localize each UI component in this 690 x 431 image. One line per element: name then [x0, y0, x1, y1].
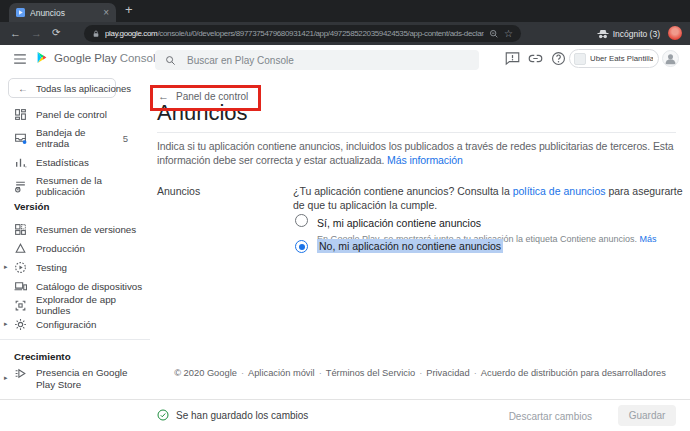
sidebar-item-configuracion[interactable]: ▸ Configuración — [0, 313, 150, 335]
new-tab-button[interactable]: + — [125, 2, 133, 17]
incognito-badge: Incógnito (3) — [597, 25, 660, 42]
sidebar-item-bandeja-de-entrada[interactable]: Bandeja de entrada 5 — [0, 127, 150, 149]
dashboard-icon — [14, 108, 27, 121]
tab-title: Anuncios — [30, 8, 98, 18]
expand-caret-icon[interactable]: ▸ — [4, 374, 8, 382]
stats-icon — [14, 156, 27, 169]
browser-reload-icon[interactable]: ⟳ — [52, 26, 60, 40]
footer-copyright: © 2020 Google — [174, 368, 237, 378]
expand-caret-icon[interactable]: ▸ — [4, 263, 8, 271]
back-arrow-icon: ← — [158, 90, 169, 102]
footer-link-privacidad[interactable]: Privacidad — [426, 368, 469, 378]
check-circle-icon — [157, 409, 169, 421]
title-divider — [157, 132, 676, 133]
sidebar-section-crecimiento: Crecimiento — [14, 351, 71, 362]
description-more-info-link[interactable]: Más información — [387, 154, 463, 166]
main-content: ← Panel de control Anuncios Indica si tu… — [150, 73, 690, 399]
save-button[interactable]: Guardar — [618, 405, 676, 426]
radio-no-label[interactable]: No, mi aplicación no contiene anuncios — [317, 239, 503, 253]
app-icon — [574, 53, 586, 65]
sidebar-item-resumen-publicacion[interactable]: Resumen de la publicación — [0, 175, 150, 197]
releases-overview-icon — [14, 223, 27, 236]
sidebar: ← Todas las aplicaciones Panel de contro… — [0, 73, 150, 399]
back-link-panel-de-control[interactable]: ← Panel de control — [158, 90, 248, 102]
all-apps-button[interactable]: ← Todas las aplicaciones — [8, 78, 116, 98]
inbox-badge: 5 — [123, 133, 128, 144]
sidebar-item-panel-de-control[interactable]: Panel de control — [0, 103, 150, 125]
person-icon — [663, 51, 678, 66]
browser-forward-icon[interactable]: → — [31, 26, 42, 40]
browser-window: Anuncios × + ← → ⟳ play.google.com/conso… — [0, 0, 690, 431]
browser-tab-strip: Anuncios × + — [0, 0, 690, 22]
browser-toolbar: ← → ⟳ play.google.com/console/u/0/develo… — [0, 22, 690, 45]
radio-selected-icon[interactable] — [295, 240, 308, 253]
sidebar-item-estadisticas[interactable]: Estadísticas — [0, 151, 150, 173]
url-domain: play.google.com — [105, 29, 157, 38]
incognito-label: Incógnito (3) — [613, 29, 660, 39]
footer-link-acuerdo-distribucion[interactable]: Acuerdo de distribución para desarrollad… — [481, 368, 666, 378]
incognito-icon — [597, 29, 609, 39]
search-input[interactable] — [185, 54, 469, 67]
browser-tab[interactable]: Anuncios × — [9, 3, 116, 22]
gear-icon — [14, 318, 27, 331]
device-catalog-icon — [14, 280, 27, 293]
app-bundle-icon — [14, 299, 27, 312]
url-text: play.google.com/console/u/0/developers/8… — [105, 29, 484, 38]
sidebar-section-version: Versión — [14, 201, 49, 212]
saved-status-message: Se han guardado los cambios — [176, 410, 308, 421]
footer: © 2020 Google·Aplicación móvil·Términos … — [150, 368, 690, 378]
link-icon[interactable] — [528, 51, 543, 66]
back-arrow-icon: ← — [18, 83, 28, 94]
lock-icon — [92, 29, 100, 39]
console-search[interactable] — [155, 50, 479, 70]
footer-link-terminos[interactable]: Términos del Servicio — [326, 368, 415, 378]
save-bar: Se han guardado los cambios Descartar ca… — [0, 399, 690, 431]
app-switcher-label: Uber Eats Plantillas — [590, 54, 653, 63]
feedback-icon[interactable] — [505, 51, 520, 66]
account-avatar[interactable] — [662, 50, 679, 67]
store-presence-icon — [14, 367, 27, 380]
inbox-icon — [14, 132, 27, 145]
google-play-icon — [36, 51, 49, 64]
play-console-logo[interactable]: Google PlayConsole — [36, 51, 162, 64]
radio-unselected-icon[interactable] — [295, 214, 308, 227]
app-switcher[interactable]: Uber Eats Plantillas — [569, 49, 659, 68]
help-icon[interactable] — [551, 51, 566, 66]
url-bar[interactable]: play.google.com/console/u/0/developers/8… — [84, 25, 521, 42]
production-icon — [14, 242, 27, 255]
discard-changes-button[interactable]: Descartar cambios — [509, 411, 592, 422]
browser-back-icon[interactable]: ← — [10, 26, 21, 40]
search-icon — [165, 55, 176, 66]
page-description: Indica si tu aplicación contiene anuncio… — [157, 139, 690, 167]
form-row-label: Anuncios — [157, 185, 200, 197]
bookmark-star-icon[interactable]: ☆ — [504, 28, 513, 39]
radio-option-no[interactable]: No, mi aplicación no contiene anuncios — [295, 239, 503, 253]
logo-text: Google PlayConsole — [54, 52, 162, 64]
expand-caret-icon[interactable]: ▸ — [4, 320, 8, 328]
profile-avatar[interactable] — [668, 26, 682, 40]
publishing-overview-icon — [14, 180, 27, 193]
play-console-favicon — [16, 8, 25, 17]
tab-close-icon[interactable]: × — [103, 8, 109, 18]
radio-yes-label[interactable]: Sí, mi aplicación contiene anuncios — [317, 217, 481, 229]
footer-link-aplicacion-movil[interactable]: Aplicación móvil — [248, 368, 315, 378]
url-path: /console/u/0/developers/8977375479680931… — [157, 29, 484, 38]
ads-question: ¿Tu aplicación contiene anuncios? Consul… — [293, 184, 690, 212]
zoom-out-icon[interactable] — [489, 29, 499, 39]
sidebar-item-presencia-play-store[interactable]: ▸ Presencia en Google Play Store — [0, 366, 150, 394]
menu-icon[interactable] — [13, 53, 27, 65]
sidebar-divider — [0, 339, 150, 340]
ads-policy-link[interactable]: política de anuncios — [513, 185, 606, 197]
saved-status: Se han guardado los cambios — [157, 409, 308, 421]
testing-icon — [14, 261, 27, 274]
